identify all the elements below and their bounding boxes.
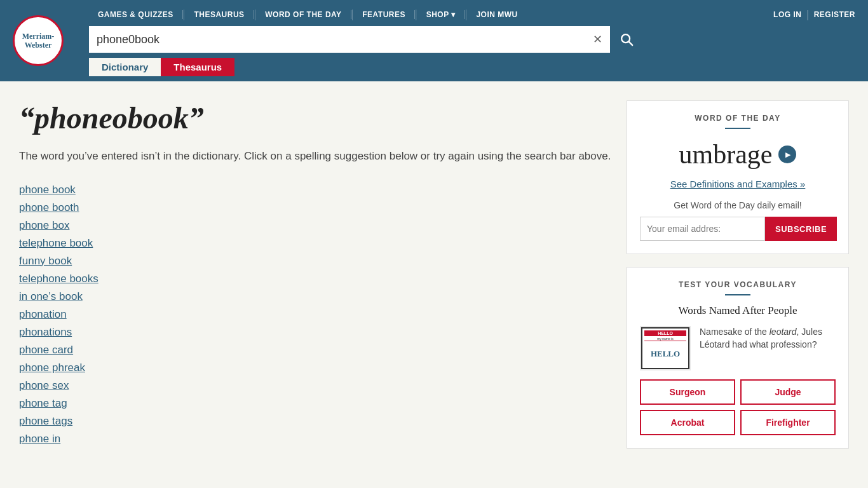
list-item: phonations	[19, 326, 614, 339]
suggestion-phonations[interactable]: phonations	[19, 326, 72, 338]
suggestion-phone-phreak[interactable]: phone phreak	[19, 362, 85, 374]
suggestion-phone-sex[interactable]: phone sex	[19, 379, 69, 391]
wotd-definitions-link[interactable]: See Definitions and Examples »	[670, 179, 806, 189]
logo[interactable]: Merriam- Webster	[13, 15, 64, 66]
wotd-word-row: umbrage	[640, 139, 836, 170]
suggestion-telephone-books[interactable]: telephone books	[19, 273, 98, 285]
suggestion-funny-book[interactable]: funny book	[19, 255, 72, 267]
wotd-card: WORD OF THE DAY umbrage See Definitions …	[627, 100, 849, 254]
search-button[interactable]	[610, 26, 643, 53]
wotd-word-text: umbrage	[679, 139, 773, 170]
sound-button[interactable]	[778, 146, 796, 163]
search-input[interactable]: phone0book	[89, 26, 610, 53]
quiz-button-acrobat[interactable]: Acrobat	[640, 410, 735, 435]
vocab-divider	[725, 294, 750, 295]
logo-text: Merriam- Webster	[22, 32, 55, 50]
left-content: “phoneobook” The word you’ve entered isn…	[19, 100, 614, 449]
vocab-word-italic: leotard	[770, 327, 797, 337]
list-item: funny book	[19, 255, 614, 268]
nav-games[interactable]: GAMES & QUIZZES	[89, 10, 183, 19]
suggestion-phone-card[interactable]: phone card	[19, 344, 73, 356]
not-found-message: The word you’ve entered isn’t in the dic…	[19, 148, 614, 165]
nav-links: GAMES & QUIZZES | THESAURUS | WORD OF TH…	[89, 8, 527, 21]
quiz-button-judge[interactable]: Judge	[740, 379, 836, 405]
list-item: telephone book	[19, 237, 614, 250]
wotd-email-prompt: Get Word of the Day daily email!	[640, 200, 836, 210]
list-item: phone in	[19, 433, 614, 445]
vocab-image: HELLO my name is HELLO	[640, 326, 691, 370]
main-content: “phoneobook” The word you’ve entered isn…	[0, 81, 868, 468]
suggestion-list: phone book phone booth phone box telepho…	[19, 184, 614, 445]
vocab-desc-prefix: Namesake of the	[700, 327, 770, 337]
search-tabs: Dictionary Thesaurus	[89, 55, 855, 76]
list-item: phone book	[19, 184, 614, 196]
auth-links: LOG IN | REGISTER	[773, 9, 855, 20]
email-input[interactable]	[640, 217, 765, 241]
search-icon	[620, 32, 634, 46]
right-sidebar: WORD OF THE DAY umbrage See Definitions …	[627, 100, 849, 449]
nav-wotd[interactable]: WORD OF THE DAY	[256, 10, 351, 19]
suggestion-phone-box[interactable]: phone box	[19, 219, 69, 231]
suggestion-phonation[interactable]: phonation	[19, 308, 67, 320]
vocab-subtitle: Words Named After People	[640, 304, 836, 317]
vocab-description: Namesake of the leotard, Jules Léotard h…	[700, 326, 836, 351]
nav-shop[interactable]: SHOP ▾	[417, 10, 465, 19]
nav-join[interactable]: JOIN MWU	[467, 10, 526, 19]
subscribe-button[interactable]: SUBSCRIBE	[765, 217, 837, 241]
page-title: “phoneobook”	[19, 100, 614, 135]
clear-button[interactable]: ✕	[590, 30, 605, 49]
nav-thesaurus[interactable]: THESAURUS	[185, 10, 254, 19]
list-item: phone booth	[19, 201, 614, 214]
header: Merriam- Webster GAMES & QUIZZES | THESA…	[0, 0, 868, 81]
name-badge: HELLO my name is HELLO	[641, 327, 689, 369]
quiz-button-firefighter[interactable]: Firefighter	[740, 410, 836, 435]
list-item: phone card	[19, 344, 614, 356]
email-signup-row: SUBSCRIBE	[640, 217, 836, 241]
list-item: telephone books	[19, 273, 614, 285]
suggestion-phone-book[interactable]: phone book	[19, 184, 76, 196]
list-item: phone tags	[19, 415, 614, 428]
list-item: phonation	[19, 308, 614, 321]
wotd-divider	[725, 128, 750, 129]
wotd-link-arrow: »	[800, 179, 805, 189]
tab-thesaurus[interactable]: Thesaurus	[161, 58, 234, 76]
search-wrapper: phone0book ✕	[89, 26, 610, 53]
svg-line-1	[629, 42, 633, 46]
quiz-button-surgeon[interactable]: Surgeon	[640, 379, 735, 405]
suggestion-in-ones-book[interactable]: in one’s book	[19, 290, 83, 302]
logo-area: Merriam- Webster	[13, 15, 83, 66]
list-item: phone sex	[19, 379, 614, 392]
suggestion-phone-tag[interactable]: phone tag	[19, 397, 67, 409]
tab-dictionary[interactable]: Dictionary	[89, 58, 161, 76]
auth-sep: |	[806, 9, 808, 20]
quiz-buttons: Surgeon Judge Acrobat Firefighter	[640, 379, 836, 435]
list-item: phone box	[19, 219, 614, 232]
list-item: phone tag	[19, 397, 614, 410]
login-link[interactable]: LOG IN	[773, 10, 801, 19]
vocab-image-row: HELLO my name is HELLO Namesake of the l…	[640, 326, 836, 370]
suggestion-phone-booth[interactable]: phone booth	[19, 201, 79, 214]
wotd-link-text: See Definitions and Examples	[670, 179, 797, 189]
badge-hello: HELLO	[644, 330, 686, 336]
suggestion-phone-tags[interactable]: phone tags	[19, 415, 72, 427]
register-link[interactable]: REGISTER	[814, 10, 855, 19]
nav-features[interactable]: FEATURES	[353, 10, 415, 19]
vocab-card: TEST YOUR VOCABULARY Words Named After P…	[627, 267, 849, 449]
badge-name-text: HELLO	[651, 349, 680, 359]
suggestion-telephone-book[interactable]: telephone book	[19, 237, 93, 249]
vocab-title: TEST YOUR VOCABULARY	[640, 280, 836, 289]
wotd-title: WORD OF THE DAY	[640, 114, 836, 123]
list-item: phone phreak	[19, 362, 614, 374]
list-item: in one’s book	[19, 290, 614, 303]
suggestion-phone-in[interactable]: phone in	[19, 433, 60, 445]
badge-name-area: HELLO	[644, 341, 686, 366]
